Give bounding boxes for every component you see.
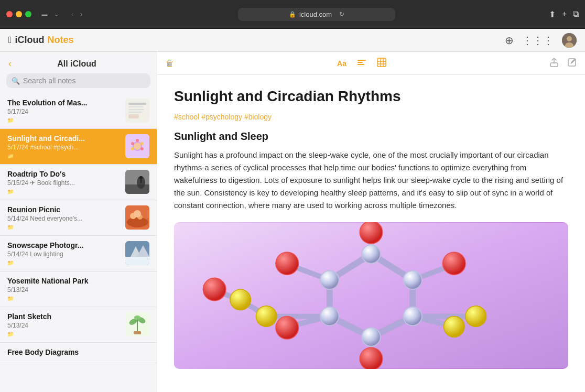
tabs-overview-icon[interactable]: ⧉ — [573, 9, 579, 19]
search-input[interactable] — [23, 77, 145, 85]
sidebar-title: All iCloud — [16, 59, 138, 69]
avatar[interactable] — [562, 33, 577, 48]
svg-point-76 — [256, 306, 277, 326]
minimize-button[interactable] — [16, 11, 22, 17]
svg-point-12 — [140, 142, 144, 145]
trash-icon[interactable]: 🗑 — [166, 59, 174, 68]
note-info: Snowscape Photogr... 5/14/24 Low lightin… — [7, 241, 120, 266]
new-tab-icon[interactable]: + — [562, 9, 567, 19]
note-meta: 5/15/24 ✈ Book flights... — [7, 179, 120, 187]
address-bar: 🔒 icloud.com ↻ — [89, 8, 544, 21]
svg-point-22 — [127, 217, 148, 227]
svg-point-78 — [203, 278, 226, 301]
note-body-text: Sunlight has a profound impact on the sl… — [174, 149, 568, 212]
svg-point-67 — [320, 307, 339, 325]
folder-icon: 📁 — [7, 260, 120, 266]
sidebar: ‹ All iCloud 🔍 The Evolution of Mas... 5… — [0, 52, 157, 392]
format-text-icon[interactable]: Aa — [337, 59, 346, 68]
new-note-icon[interactable]: ⊕ — [505, 34, 514, 47]
apple-icon:  — [8, 35, 12, 46]
reload-button[interactable]: ↻ — [339, 10, 344, 18]
note-title: Free Body Diagrams — [7, 348, 149, 356]
svg-point-73 — [276, 316, 299, 339]
svg-rect-17 — [125, 184, 149, 194]
note-thumbnail — [125, 205, 149, 230]
grid-icon[interactable]: ⋮⋮⋮ — [522, 34, 554, 47]
note-info: Free Body Diagrams — [7, 348, 149, 357]
svg-point-68 — [320, 270, 339, 289]
address-pill[interactable]: 🔒 icloud.com ↻ — [238, 8, 395, 21]
svg-rect-4 — [128, 103, 146, 105]
note-meta: 5/13/24 — [7, 322, 120, 329]
note-item-sunlight[interactable]: Sunlight and Circadi... 5/17/24 #school … — [0, 129, 157, 165]
note-title: The Evolution of Mas... — [7, 99, 120, 107]
svg-rect-39 — [377, 58, 386, 67]
note-thumbnail — [125, 241, 149, 265]
svg-point-75 — [465, 306, 486, 326]
icloud-text: iCloud — [15, 35, 45, 46]
note-tags: #school #psychology #biology — [174, 113, 568, 121]
note-info: Roadtrip To Do's 5/15/24 ✈ Book flights.… — [7, 170, 120, 194]
folder-icon: 📁 — [7, 331, 120, 337]
note-meta: 5/13/24 — [7, 286, 149, 293]
svg-point-64 — [403, 270, 422, 289]
svg-point-65 — [403, 307, 422, 325]
maximize-button[interactable] — [25, 11, 31, 17]
notes-text: Notes — [48, 35, 74, 46]
search-input-wrap: 🔍 — [6, 73, 150, 88]
note-title: Sunlight and Circadi... — [7, 134, 120, 143]
toolbar-right — [549, 58, 577, 69]
toolbar-center: Aa — [182, 58, 541, 69]
svg-rect-27 — [125, 257, 149, 265]
note-info: Yosemite National Park 5/13/24 📁 — [7, 277, 149, 301]
svg-point-25 — [134, 210, 141, 217]
svg-rect-35 — [134, 331, 141, 334]
svg-rect-38 — [358, 64, 364, 65]
share-note-icon[interactable] — [549, 58, 559, 69]
note-item-plantsketch[interactable]: Plant Sketch 5/13/24 📁 — [0, 307, 157, 343]
search-icon: 🔍 — [12, 77, 20, 85]
svg-point-14 — [131, 147, 134, 150]
note-thumbnail — [125, 134, 149, 158]
note-meta: 5/14/24 Need everyone's... — [7, 215, 120, 222]
svg-rect-37 — [358, 62, 363, 63]
note-thumbnail — [125, 170, 149, 194]
svg-point-77 — [230, 289, 251, 310]
share-browser-icon[interactable]: ⬆ — [549, 9, 556, 19]
note-item-roadtrip[interactable]: Roadtrip To Do's 5/15/24 ✈ Book flights.… — [0, 165, 157, 200]
svg-point-15 — [131, 142, 134, 145]
note-title: Plant Sketch — [7, 312, 120, 321]
back-arrow[interactable]: ‹ — [69, 9, 76, 19]
chevron-down-icon[interactable]: ⌄ — [51, 10, 61, 18]
note-item-yosemite[interactable]: Yosemite National Park 5/13/24 📁 — [0, 271, 157, 307]
table-icon[interactable] — [377, 58, 386, 69]
close-button[interactable] — [6, 11, 13, 17]
svg-point-1 — [567, 36, 572, 41]
note-toolbar: 🗑 Aa — [157, 52, 585, 75]
notes-list: The Evolution of Mas... 5/17/24 📁 — [0, 93, 157, 392]
note-item-freebody[interactable]: Free Body Diagrams — [0, 343, 157, 363]
sidebar-toggle-icon[interactable]: ▬ — [40, 10, 49, 18]
note-item-snowscape[interactable]: Snowscape Photogr... 5/14/24 Low lightin… — [0, 236, 157, 271]
note-meta: 5/14/24 Low lighting — [7, 251, 120, 258]
checklist-icon[interactable] — [357, 58, 366, 69]
note-content: Sunlight and Circadian Rhythms #school #… — [157, 75, 585, 392]
note-title: Snowscape Photogr... — [7, 241, 120, 249]
edit-note-icon[interactable] — [567, 58, 577, 69]
note-info: The Evolution of Mas... 5/17/24 📁 — [7, 99, 120, 123]
note-item-picnic[interactable]: Reunion Picnic 5/14/24 Need everyone's..… — [0, 200, 157, 236]
svg-rect-36 — [358, 60, 366, 61]
note-thumbnail — [125, 99, 149, 123]
note-meta: 5/17/24 #school #psych... — [7, 144, 120, 151]
folder-icon: 📁 — [7, 153, 120, 159]
forward-arrow[interactable]: › — [78, 9, 85, 19]
svg-point-34 — [134, 315, 140, 320]
note-info: Plant Sketch 5/13/24 📁 — [7, 312, 120, 337]
svg-point-19 — [139, 176, 143, 179]
svg-point-11 — [136, 139, 139, 142]
back-chevron-icon[interactable]: ‹ — [8, 58, 12, 69]
folder-icon: 📁 — [7, 296, 149, 301]
svg-rect-8 — [128, 114, 139, 118]
note-item-evolution[interactable]: The Evolution of Mas... 5/17/24 📁 — [0, 93, 157, 129]
sidebar-header: ‹ All iCloud — [0, 52, 157, 73]
